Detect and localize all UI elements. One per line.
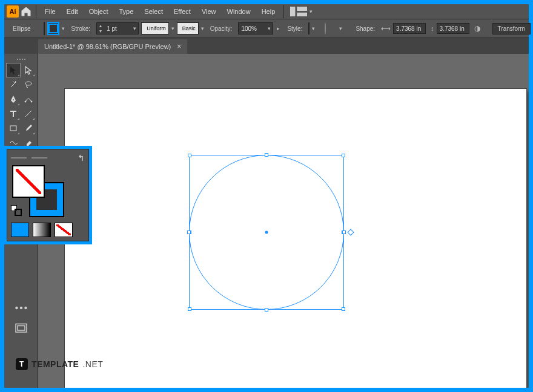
pie-angle-icon[interactable]: ◑ (474, 24, 480, 33)
resize-handle-br[interactable] (342, 307, 345, 311)
chevron-down-icon[interactable]: ▾ (131, 25, 138, 31)
control-bar: Ellipse ▾ Stroke: ▴▾ ▾ Uniform ▾ Basic ▾… (4, 19, 529, 38)
svg-point-4 (25, 82, 31, 85)
menu-effect[interactable]: Effect (169, 5, 196, 18)
direct-selection-tool[interactable] (22, 64, 35, 77)
svg-point-7 (31, 101, 32, 102)
app-logo-icon[interactable]: Ai (7, 5, 19, 18)
watermark: T TEMPLATE.NET (16, 358, 103, 370)
resize-handle-tr[interactable] (342, 154, 345, 157)
color-mode-solid[interactable] (11, 223, 29, 237)
anchor-point-right[interactable] (342, 230, 346, 234)
svg-rect-2 (297, 12, 307, 16)
document-tab-bar: Untitled-1* @ 98.61% (RGB/GPU Preview) × (4, 38, 529, 54)
stroke-color-swatch[interactable] (47, 22, 59, 35)
align-panel-icon[interactable] (336, 23, 337, 34)
selection-tool[interactable] (7, 64, 20, 77)
panel-drag-icon[interactable] (31, 157, 47, 158)
rectangle-tool[interactable] (7, 122, 20, 135)
shape-width-field[interactable] (393, 23, 426, 34)
chevron-down-icon[interactable]: ▾ (310, 8, 313, 15)
watermark-text-bold: TEMPLATE (31, 359, 79, 369)
menu-view[interactable]: View (197, 5, 221, 18)
svg-point-5 (13, 99, 14, 100)
menu-file[interactable]: File (40, 5, 61, 18)
svg-point-21 (24, 307, 27, 310)
panel-drag-icon[interactable] (11, 157, 27, 158)
curvature-tool[interactable] (22, 93, 35, 106)
watermark-logo-icon: T (16, 358, 28, 370)
edit-toolbar-icon[interactable] (14, 301, 28, 315)
chevron-right-icon[interactable]: ▸ (277, 25, 280, 31)
panel-grip-icon[interactable] (7, 57, 35, 61)
fill-color-swatch[interactable] (44, 22, 45, 35)
pen-tool[interactable] (7, 93, 20, 106)
swap-fill-stroke-icon[interactable]: ↰ (78, 153, 85, 163)
workspace-layout-icon[interactable] (290, 6, 307, 17)
tools-panel-tail (4, 295, 38, 342)
line-segment-tool[interactable] (22, 107, 35, 120)
step-down-icon[interactable]: ▾ (97, 28, 104, 34)
chevron-down-icon[interactable]: ▾ (312, 25, 315, 31)
fill-stroke-indicator[interactable] (12, 165, 63, 216)
artboard[interactable] (65, 89, 526, 388)
resize-handle-bl[interactable] (188, 307, 191, 311)
menu-select[interactable]: Select (139, 5, 168, 18)
stroke-weight-input[interactable]: ▴▾ ▾ (96, 22, 139, 34)
graphic-style-swatch[interactable] (308, 22, 310, 34)
shape-label: Shape: (352, 25, 379, 32)
default-fill-stroke-icon[interactable] (11, 205, 22, 216)
opacity-input[interactable]: ▾ (238, 22, 273, 34)
anchor-point-bottom[interactable] (265, 308, 268, 312)
anchor-point-left[interactable] (187, 230, 191, 234)
stroke-weight-field[interactable] (104, 25, 131, 32)
none-slash-icon (16, 169, 41, 194)
chevron-down-icon[interactable]: ▾ (339, 25, 342, 31)
width-icon: ⟷ (381, 25, 391, 33)
menu-window[interactable]: Window (222, 5, 256, 18)
resize-handle-tl[interactable] (188, 154, 191, 157)
shape-height-field[interactable] (437, 23, 469, 34)
separator (36, 5, 36, 18)
pie-widget-icon[interactable] (347, 229, 354, 235)
recolor-artwork-icon[interactable] (325, 22, 326, 34)
stroke-label: Stroke: (67, 25, 94, 32)
menu-object[interactable]: Object (84, 5, 113, 18)
separator (283, 5, 284, 18)
color-mode-none[interactable] (55, 223, 73, 237)
chevron-down-icon[interactable]: ▾ (62, 25, 65, 31)
svg-line-8 (25, 111, 31, 117)
menu-type[interactable]: Type (114, 5, 139, 18)
brush-definition-dropdown[interactable]: Basic (177, 22, 199, 34)
opacity-label: Opacity: (207, 25, 236, 32)
svg-point-6 (25, 101, 26, 102)
lasso-tool[interactable] (22, 78, 35, 91)
chevron-down-icon[interactable]: ▾ (171, 25, 174, 31)
stroke-profile-dropdown[interactable]: Uniform (141, 22, 169, 34)
watermark-text-light: .NET (82, 359, 103, 369)
close-tab-icon[interactable]: × (177, 42, 181, 51)
chevron-down-icon[interactable]: ▾ (265, 25, 273, 31)
svg-point-20 (20, 307, 23, 310)
color-mode-gradient[interactable] (33, 223, 51, 237)
transform-panel-button[interactable]: Transform (492, 23, 531, 34)
opacity-field[interactable] (239, 25, 265, 32)
magic-wand-tool[interactable] (7, 78, 20, 91)
canvas-area[interactable] (38, 54, 529, 388)
anchor-point-top[interactable] (265, 153, 268, 157)
chevron-down-icon[interactable]: ▾ (201, 25, 204, 31)
fill-indicator[interactable] (12, 165, 45, 198)
type-tool[interactable] (7, 107, 20, 120)
menu-help[interactable]: Help (257, 5, 280, 18)
shape-center-icon[interactable] (265, 231, 268, 234)
menu-edit[interactable]: Edit (62, 5, 83, 18)
home-icon[interactable] (20, 5, 32, 18)
step-up-icon[interactable]: ▴ (97, 23, 104, 28)
svg-rect-1 (297, 7, 307, 11)
brush-definition-label: Basic (182, 25, 196, 31)
active-tool-label: Ellipse (9, 25, 34, 32)
paintbrush-tool[interactable] (22, 122, 35, 135)
svg-rect-9 (10, 126, 16, 131)
screen-mode-icon[interactable] (14, 321, 28, 336)
document-tab[interactable]: Untitled-1* @ 98.61% (RGB/GPU Preview) × (38, 39, 187, 54)
